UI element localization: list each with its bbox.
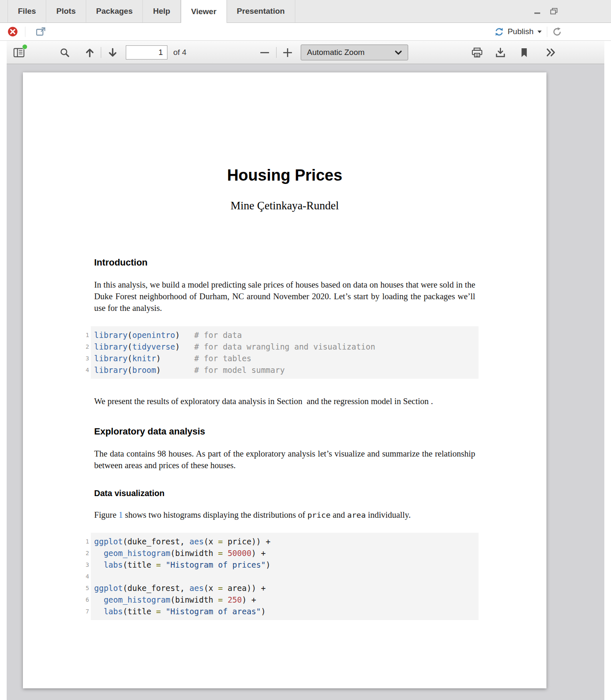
next-page-button[interactable] (105, 45, 120, 60)
publish-dropdown-caret-icon (537, 30, 542, 33)
code-line: 2library(tidyverse) # for data wrangling… (94, 341, 475, 352)
code-line-number: 3 (78, 352, 89, 364)
zoom-in-button[interactable] (280, 45, 294, 60)
maximize-pane-button[interactable] (550, 8, 558, 15)
pdf-toolbar: of 4 Automatic Zoom (7, 41, 604, 64)
sidebar-notification-dot (22, 44, 27, 50)
inline-code-area: area (347, 511, 366, 519)
stop-icon (7, 27, 18, 37)
download-icon (495, 47, 506, 58)
code-line-number: 4 (78, 571, 89, 582)
arrow-down-icon (108, 48, 117, 57)
code-line-number: 2 (78, 547, 89, 559)
code-line: 7 labs(title = "Histogram of areas") (94, 606, 475, 617)
double-chevron-right-icon (545, 48, 556, 57)
more-tools-button[interactable] (544, 45, 558, 60)
page-number-input[interactable] (126, 45, 167, 60)
find-button[interactable] (57, 45, 72, 60)
code-line-number: 5 (78, 582, 89, 594)
save-button[interactable] (493, 45, 507, 60)
tab-files[interactable]: Files (7, 0, 46, 22)
code-line-number: 1 (78, 536, 89, 547)
zoom-select[interactable]: Automatic Zoom (301, 45, 408, 60)
code-line-number: 4 (78, 364, 89, 376)
stop-button[interactable] (7, 27, 18, 37)
code-line: 6 geom_histogram(binwidth = 250) + (94, 594, 475, 606)
zoom-out-button[interactable] (257, 45, 272, 60)
publish-area: Publish (494, 23, 611, 40)
toolbar-separator (101, 47, 101, 58)
code-line: 5ggplot(duke_forest, aes(x = area)) + (94, 582, 475, 594)
figure-1-link[interactable]: 1 (119, 510, 123, 519)
refresh-icon (552, 27, 562, 37)
sections-reference-paragraph: We present the results of exploratory da… (94, 395, 475, 407)
figure-text: Figure (94, 510, 119, 519)
tab-plots[interactable]: Plots (46, 0, 86, 22)
figure-text: and (331, 510, 347, 519)
print-button[interactable] (470, 45, 484, 60)
figure-paragraph: Figure 1 shows two histograms displaying… (94, 509, 475, 521)
toolbar-separator (547, 27, 547, 37)
pane-tabbar: FilesPlotsPackagesHelpViewerPresentation (0, 0, 611, 23)
pdf-viewport[interactable]: Housing Prices Mine Çetinkaya-Rundel Int… (7, 64, 604, 700)
republish-icon (494, 27, 504, 37)
chevron-down-icon (395, 50, 402, 55)
plus-icon (282, 47, 293, 58)
popout-icon (36, 27, 46, 37)
subsection-heading-data-visualization: Data visualization (94, 489, 475, 498)
zoom-selected-label: Automatic Zoom (307, 48, 395, 57)
sidebar-toggle-icon (13, 48, 25, 57)
code-line: 1library(openintro) # for data (94, 329, 475, 341)
print-icon (471, 47, 483, 58)
maximize-icon (550, 8, 558, 15)
pdf-viewer-frame: of 4 Automatic Zoom (7, 41, 604, 700)
code-line-number: 6 (78, 594, 89, 606)
code-line-number: 2 (78, 341, 89, 352)
pane-controls (534, 0, 558, 22)
pane-tabs: FilesPlotsPackagesHelpViewerPresentation (7, 0, 295, 22)
tab-presentation[interactable]: Presentation (227, 0, 295, 22)
eda-paragraph: The data contains 98 houses. As part of … (94, 448, 475, 471)
code-line: 1ggplot(duke_forest, aes(x = price)) + (94, 536, 475, 547)
figure-text: individually. (366, 510, 411, 519)
popout-button[interactable] (36, 27, 46, 37)
inline-code-price: price (307, 511, 331, 519)
pdf-page: Housing Prices Mine Çetinkaya-Rundel Int… (23, 72, 546, 688)
code-line: 4 (94, 571, 475, 582)
minimize-icon (534, 8, 541, 15)
code-line-number: 1 (78, 329, 89, 341)
minus-icon (259, 47, 270, 58)
code-block-libraries: 1library(openintro) # for data2library(t… (91, 326, 479, 379)
code-line: 3library(knitr) # for tables (94, 352, 475, 364)
sidebar-toggle-button[interactable] (12, 45, 26, 60)
section-heading-eda: Exploratory data analysis (94, 426, 475, 437)
code-block-histograms: 1ggplot(duke_forest, aes(x = price)) +2 … (91, 533, 479, 620)
bookmark-icon (520, 47, 528, 58)
refresh-button[interactable] (552, 27, 562, 37)
page-count-label: of 4 (173, 41, 187, 64)
toolbar-separator (25, 27, 25, 37)
minimize-pane-button[interactable] (534, 8, 541, 15)
publish-label: Publish (508, 27, 534, 36)
previous-page-button[interactable] (82, 45, 97, 60)
introduction-paragraph: In this analysis, we build a model predi… (94, 279, 475, 314)
tab-packages[interactable]: Packages (86, 0, 143, 22)
search-icon (60, 47, 70, 58)
arrow-up-icon (85, 48, 94, 57)
code-line-number: 3 (78, 559, 89, 571)
bookmark-button[interactable] (517, 45, 531, 60)
viewer-secondary-toolbar: Publish (0, 23, 611, 41)
toolbar-separator (276, 47, 277, 58)
document-title: Housing Prices (94, 166, 475, 184)
code-line-number: 7 (78, 606, 89, 617)
publish-button[interactable]: Publish (494, 27, 542, 37)
code-line: 3 labs(title = "Histogram of prices") (94, 559, 475, 571)
code-line: 2 geom_histogram(binwidth = 50000) + (94, 547, 475, 559)
document-author: Mine Çetinkaya-Rundel (94, 199, 475, 212)
code-line: 4library(broom) # for model summary (94, 364, 475, 376)
tab-help[interactable]: Help (143, 0, 180, 22)
figure-text: shows two histograms displaying the dist… (123, 510, 307, 519)
section-heading-introduction: Introduction (94, 257, 475, 268)
tab-viewer[interactable]: Viewer (181, 0, 227, 23)
